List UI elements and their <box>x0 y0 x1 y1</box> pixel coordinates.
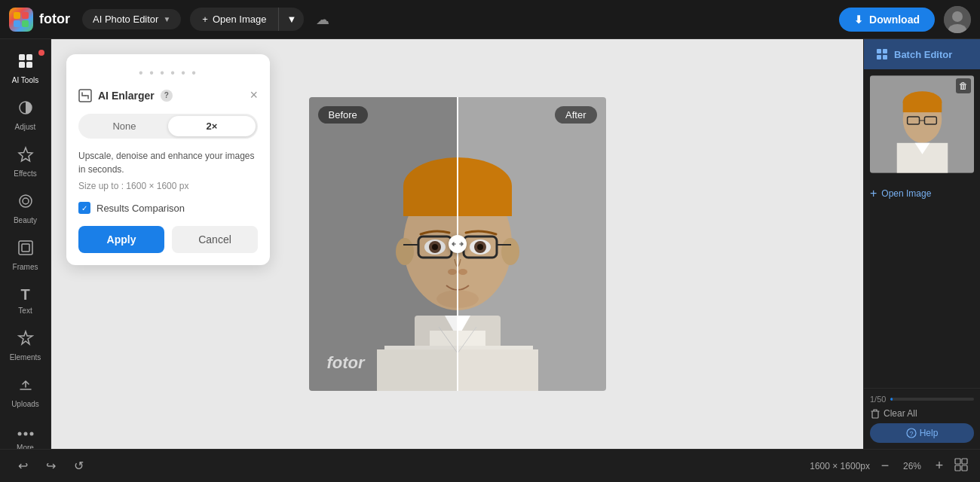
open-image-plus-icon: + <box>870 187 877 200</box>
open-image-button-group: + Open Image ▼ <box>190 8 304 31</box>
svg-rect-8 <box>26 54 32 60</box>
before-label: Before <box>318 106 368 124</box>
sidebar-item-frames[interactable]: Frames <box>0 232 51 279</box>
scale-none-button[interactable]: None <box>81 116 168 136</box>
svg-text:?: ? <box>909 430 913 438</box>
open-image-right-label: Open Image <box>881 188 931 199</box>
panel-help-icon[interactable]: ? <box>161 90 173 102</box>
frames-icon <box>17 239 34 260</box>
logo-icon <box>9 8 33 32</box>
svg-point-44 <box>458 269 467 275</box>
svg-rect-64 <box>962 459 967 464</box>
trash-icon <box>870 408 880 419</box>
sidebar-item-adjust[interactable]: Adjust <box>0 92 51 139</box>
results-comparison-label: Results Comparison <box>96 203 185 214</box>
ai-tools-notification-dot <box>38 50 44 56</box>
panel-drag-handle[interactable]: • • • • • • <box>78 66 258 80</box>
progress-bar-fill <box>890 398 892 401</box>
svg-rect-10 <box>26 62 32 68</box>
main-layout: AI Tools Adjust Effects <box>0 39 980 449</box>
sidebar-item-ai-tools[interactable]: AI Tools <box>0 45 51 92</box>
svg-point-17 <box>17 432 21 436</box>
image-dimensions: 1600 × 1600px <box>810 461 870 471</box>
scale-2x-button[interactable]: 2× <box>168 116 256 136</box>
open-image-main-button[interactable]: + Open Image <box>190 8 278 31</box>
cloud-icon[interactable]: ☁ <box>316 11 329 28</box>
zoom-in-button[interactable]: + <box>930 457 948 475</box>
apply-button[interactable]: Apply <box>78 226 164 253</box>
comparison-divider-handle[interactable] <box>449 235 467 253</box>
batch-editor-icon <box>876 48 888 60</box>
delete-thumbnail-button[interactable]: 🗑 <box>956 78 971 93</box>
panel-title-group: AI Enlarger ? <box>78 89 173 102</box>
ai-enlarger-panel: • • • • • • AI Enlarger ? × <box>66 54 270 265</box>
ai-description-text: Upscale, denoise and enhance your images… <box>78 149 258 176</box>
sidebar-item-label: AI Tools <box>12 76 38 84</box>
svg-rect-51 <box>883 55 887 59</box>
logo: fotor <box>9 8 70 32</box>
logo-text: fotor <box>39 11 70 27</box>
sidebar-item-text[interactable]: T Text <box>0 279 51 322</box>
enlarger-icon <box>78 89 92 102</box>
progress-bar-track <box>890 398 974 401</box>
clear-all-label: Clear All <box>884 408 917 419</box>
undo-icon: ↩ <box>18 459 28 472</box>
thumbnail-container: 🗑 <box>864 69 980 179</box>
clear-all-button[interactable]: Clear All <box>870 408 917 419</box>
image-thumbnail[interactable]: 🗑 <box>870 75 974 173</box>
sidebar-item-beauty[interactable]: Beauty <box>0 185 51 232</box>
ai-tools-icon <box>17 53 34 73</box>
app-selector-chevron: ▼ <box>163 15 170 23</box>
sidebar-item-label: Uploads <box>11 400 39 408</box>
undo-button[interactable]: ↩ <box>12 456 34 476</box>
batch-editor-button[interactable]: Batch Editor <box>864 39 980 69</box>
svg-rect-2 <box>14 20 20 27</box>
image-comparison-container: Before After fotor <box>309 97 606 391</box>
zoom-out-button[interactable]: − <box>876 457 894 475</box>
topbar: fotor AI Photo Editor ▼ + Open Image ▼ ☁… <box>0 0 980 39</box>
close-icon: × <box>250 87 258 102</box>
cancel-button[interactable]: Cancel <box>172 226 258 253</box>
beauty-icon <box>17 193 34 213</box>
open-image-arrow-button[interactable]: ▼ <box>278 8 304 31</box>
sidebar-item-more[interactable]: More <box>0 416 51 449</box>
zoom-level-display: 26% <box>899 461 926 471</box>
svg-rect-50 <box>877 55 881 59</box>
svg-rect-1 <box>22 12 29 19</box>
batch-editor-label: Batch Editor <box>894 49 952 60</box>
svg-rect-55 <box>903 102 942 112</box>
drag-dots-icon: • • • • • • <box>139 66 198 80</box>
plus-icon: + <box>202 14 208 25</box>
redo-button[interactable]: ↪ <box>40 456 62 476</box>
right-sidebar: Batch Editor <box>863 39 980 449</box>
help-button[interactable]: ? Help <box>870 423 974 443</box>
after-label: After <box>555 106 596 124</box>
open-image-right-button[interactable]: + Open Image <box>864 179 980 208</box>
app-name-label: AI Photo Editor <box>93 14 158 25</box>
panel-header: AI Enlarger ? × <box>78 87 258 103</box>
bottom-toolbar: ↩ ↪ ↺ 1600 × 1600px − 26% + <box>0 449 980 482</box>
help-label: Help <box>920 428 939 438</box>
sidebar-item-label: Elements <box>10 353 41 362</box>
scale-options-group: None 2× <box>78 114 258 139</box>
results-comparison-checkbox[interactable]: ✓ <box>78 202 90 214</box>
ai-size-text: Size up to : 1600 × 1600 px <box>78 181 258 191</box>
results-comparison-group: ✓ Results Comparison <box>78 202 258 214</box>
sidebar-item-elements[interactable]: Elements <box>0 322 51 369</box>
svg-point-18 <box>23 432 27 436</box>
reset-button[interactable]: ↺ <box>68 456 90 476</box>
download-button[interactable]: ⬇ Download <box>839 8 935 32</box>
grid-view-button[interactable] <box>954 458 968 474</box>
panel-close-button[interactable]: × <box>250 87 258 103</box>
sidebar-item-effects[interactable]: Effects <box>0 139 51 185</box>
svg-rect-16 <box>22 244 29 252</box>
panel-actions: Apply Cancel <box>78 226 258 253</box>
user-avatar[interactable] <box>944 6 971 33</box>
sidebar-item-label: Text <box>18 307 32 315</box>
svg-point-31 <box>501 238 519 265</box>
app-selector[interactable]: AI Photo Editor ▼ <box>82 9 181 29</box>
progress-bar-container: 1/50 <box>870 395 974 404</box>
effects-icon <box>17 146 34 166</box>
sidebar-item-uploads[interactable]: Uploads <box>0 369 51 416</box>
zoom-plus-icon: + <box>936 458 944 474</box>
